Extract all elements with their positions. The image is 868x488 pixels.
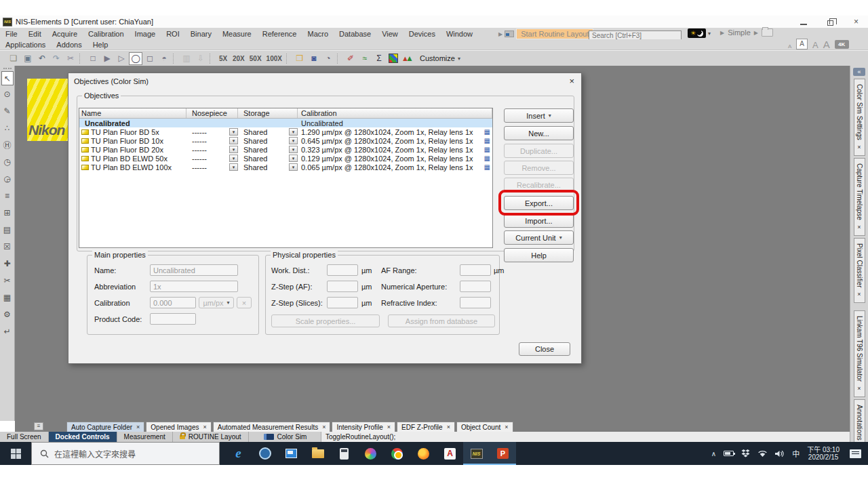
drag-handle[interactable] (3, 68, 12, 69)
annotation-pen-icon[interactable]: ✐ (344, 52, 357, 65)
separator[interactable] (173, 54, 178, 64)
lasso-icon[interactable]: ✂ (1, 272, 14, 289)
close-icon[interactable]: × (387, 424, 391, 430)
storage-dropdown[interactable]: ▾ (289, 128, 298, 136)
action-center-icon[interactable] (850, 449, 861, 458)
name-input[interactable] (150, 264, 238, 276)
TU Plan Fluor BD 5x[interactable]: TU Plan Fluor BD 5x ------ ▾ Shared ▾ 1.… (79, 127, 492, 136)
start-button[interactable] (0, 442, 31, 465)
storage-dropdown[interactable]: ▾ (289, 163, 298, 171)
separator[interactable] (210, 54, 214, 64)
taskbar-app-paint3d[interactable] (357, 442, 384, 465)
lut-icon[interactable] (389, 54, 398, 63)
menu-item[interactable]: Help (87, 41, 114, 49)
close-icon[interactable]: × (856, 385, 863, 392)
redo-icon[interactable]: ↷ (50, 52, 63, 65)
dialog-close-button[interactable]: × (569, 76, 574, 86)
calculator-icon[interactable]: ▦ (484, 137, 490, 145)
calibration-unit-dropdown[interactable]: µm/px▾ (199, 297, 234, 308)
nosepiece-dropdown[interactable]: ▾ (229, 163, 238, 171)
nosepiece-dropdown[interactable]: ▾ (229, 137, 238, 144)
table-row-selected[interactable]: Uncalibrated Uncalibrated (79, 119, 492, 127)
taskbar-app-chrome[interactable] (384, 442, 410, 465)
play-icon[interactable]: ▶ (100, 52, 114, 65)
taskbar-search[interactable]: 在這裡輸入文字來搜尋 (31, 442, 220, 465)
customize-menu[interactable]: Customize ▾ (420, 54, 460, 62)
object-count-icon[interactable]: Σ (372, 52, 386, 65)
layout-tab-routine[interactable]: ROUTINE Layout (173, 432, 249, 442)
close-icon[interactable]: × (856, 144, 863, 150)
doc-tab-auto-capture-folder[interactable]: Auto Capture Folder × (66, 422, 144, 432)
menu-item[interactable]: Window (441, 30, 478, 38)
save-icon[interactable]: ▣ (21, 52, 35, 65)
menu-item[interactable]: Image (130, 30, 161, 38)
capture-cloud-icon[interactable]: ◔ (321, 52, 335, 65)
TU Plan BD ELWD 100x[interactable]: TU Plan BD ELWD 100x ------ ▾ Shared ▾ 0… (79, 163, 492, 171)
separator[interactable] (79, 54, 84, 64)
column-header[interactable]: Storage (238, 108, 298, 118)
taskbar-app-firefox[interactable] (410, 442, 437, 465)
taskbar-app-powerpoint[interactable]: P (490, 442, 516, 465)
doc-tab-object-count[interactable]: Object Count × (456, 422, 513, 432)
speaker-icon[interactable] (775, 450, 785, 458)
collapse-dock-button[interactable]: « (853, 68, 865, 76)
close-icon[interactable]: × (856, 291, 863, 298)
save-sequence-icon[interactable]: ▥ (180, 52, 193, 65)
nosepiece-dropdown[interactable]: ▾ (229, 146, 238, 153)
font-size-normal[interactable]: A (796, 39, 808, 49)
zstep-af-input[interactable] (327, 281, 358, 292)
import-button[interactable]: Import... (504, 214, 574, 228)
column-header[interactable]: Calibration (298, 108, 492, 118)
calculator-icon[interactable]: ▦ (484, 128, 490, 136)
taskbar-app-calculator[interactable] (331, 442, 357, 465)
open-folder-icon[interactable]: ❏ (7, 52, 20, 65)
zstep-slices-input[interactable] (327, 297, 358, 308)
TU Plan BD ELWD 50x[interactable]: TU Plan BD ELWD 50x ------ ▾ Shared ▾ 0.… (79, 154, 492, 163)
h-marker-icon[interactable]: Ⓗ (1, 136, 14, 153)
menu-item[interactable]: Measure (217, 30, 257, 38)
camera-icon[interactable]: ◻ (143, 52, 157, 65)
zoom-50x-button[interactable]: 50X (248, 52, 264, 65)
restore-button[interactable] (827, 20, 833, 26)
return-arrow-icon[interactable]: ↵ (1, 323, 14, 340)
menu-item[interactable]: Binary (185, 30, 217, 38)
manual-clock-icon[interactable]: ◶ (1, 170, 14, 187)
menu-item[interactable]: Database (334, 30, 376, 38)
new-document-icon[interactable]: ⊞ (1, 204, 14, 221)
storage-dropdown[interactable]: ▾ (289, 146, 298, 153)
close-icon[interactable]: × (856, 224, 863, 230)
calculator-icon[interactable]: ▦ (484, 155, 490, 163)
menu-item[interactable]: Macro (302, 30, 334, 38)
close-window-button[interactable]: × (854, 17, 859, 26)
new-button[interactable]: New... (504, 126, 574, 140)
roi-rect-icon[interactable]: □ (86, 52, 100, 65)
taskbar-app-nis[interactable]: NIS (463, 442, 490, 465)
zoom-100x-button[interactable]: 100X (264, 52, 284, 65)
window-close-icon[interactable]: ▦ (1, 289, 14, 306)
af-range-input[interactable] (460, 264, 491, 276)
abbreviation-input[interactable] (150, 281, 238, 292)
current-unit-button[interactable]: Current Unit▾ (504, 230, 574, 245)
import-down-icon[interactable]: ⇩ (194, 52, 208, 65)
tab-capture-timelapse[interactable]: Capture Timelapse × (854, 158, 865, 236)
live-capture-icon[interactable]: ◯ (129, 52, 142, 65)
tab-annotations[interactable]: Annotations × (854, 399, 865, 446)
theme-caret-icon[interactable]: ▾ (708, 30, 711, 37)
font-size-large[interactable]: A (812, 41, 818, 49)
taskbar-app-ni[interactable] (252, 442, 278, 465)
crop-icon[interactable]: ☒ (1, 238, 14, 255)
close-icon[interactable]: × (322, 424, 326, 430)
pointer-tool-icon[interactable]: ↖ (1, 71, 14, 85)
doc-tab-automated-measurement-results[interactable]: Automated Measurement Results × (213, 422, 331, 432)
auto-clock-icon[interactable]: ◷ (1, 153, 14, 170)
close-icon[interactable]: × (505, 424, 508, 430)
tray-expand-chevron[interactable]: ∧ (711, 450, 716, 458)
yellow-folder-icon[interactable]: ❒ (293, 52, 307, 65)
work-dist-input[interactable] (327, 264, 358, 276)
start-routine-layout-button[interactable]: Start Routine Layout (516, 28, 593, 39)
taskbar-app-acrobat[interactable]: A (437, 442, 463, 465)
taskbar-app-taskview[interactable] (278, 442, 304, 465)
zoom-5x-button[interactable]: 5X (216, 52, 230, 65)
export-button[interactable]: Export... (504, 196, 574, 210)
font-size-small[interactable]: A (788, 44, 791, 49)
